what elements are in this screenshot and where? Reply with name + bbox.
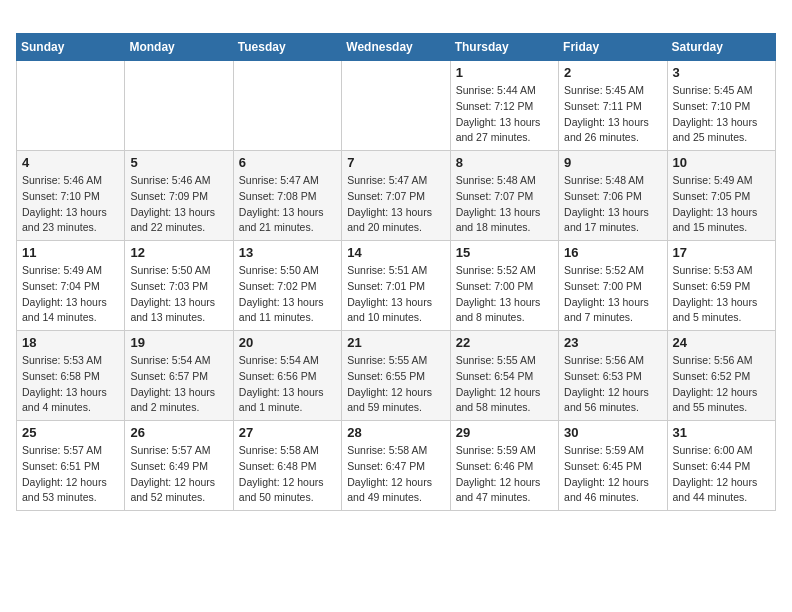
day-cell: 31Sunrise: 6:00 AMSunset: 6:44 PMDayligh… — [667, 421, 775, 511]
day-number: 9 — [564, 155, 661, 170]
day-info: Sunrise: 5:45 AMSunset: 7:10 PMDaylight:… — [673, 83, 770, 146]
week-row-4: 18Sunrise: 5:53 AMSunset: 6:58 PMDayligh… — [17, 331, 776, 421]
day-cell: 15Sunrise: 5:52 AMSunset: 7:00 PMDayligh… — [450, 241, 558, 331]
day-cell: 25Sunrise: 5:57 AMSunset: 6:51 PMDayligh… — [17, 421, 125, 511]
day-cell: 17Sunrise: 5:53 AMSunset: 6:59 PMDayligh… — [667, 241, 775, 331]
day-cell: 12Sunrise: 5:50 AMSunset: 7:03 PMDayligh… — [125, 241, 233, 331]
day-number: 27 — [239, 425, 336, 440]
day-number: 25 — [22, 425, 119, 440]
day-number: 18 — [22, 335, 119, 350]
day-info: Sunrise: 5:58 AMSunset: 6:48 PMDaylight:… — [239, 443, 336, 506]
day-info: Sunrise: 5:46 AMSunset: 7:09 PMDaylight:… — [130, 173, 227, 236]
day-cell: 7Sunrise: 5:47 AMSunset: 7:07 PMDaylight… — [342, 151, 450, 241]
day-info: Sunrise: 5:58 AMSunset: 6:47 PMDaylight:… — [347, 443, 444, 506]
day-info: Sunrise: 5:48 AMSunset: 7:07 PMDaylight:… — [456, 173, 553, 236]
calendar-table: SundayMondayTuesdayWednesdayThursdayFrid… — [16, 33, 776, 511]
day-number: 17 — [673, 245, 770, 260]
day-info: Sunrise: 5:54 AMSunset: 6:57 PMDaylight:… — [130, 353, 227, 416]
day-number: 20 — [239, 335, 336, 350]
header-tuesday: Tuesday — [233, 34, 341, 61]
day-cell: 1Sunrise: 5:44 AMSunset: 7:12 PMDaylight… — [450, 61, 558, 151]
day-number: 12 — [130, 245, 227, 260]
day-info: Sunrise: 5:56 AMSunset: 6:53 PMDaylight:… — [564, 353, 661, 416]
day-cell: 6Sunrise: 5:47 AMSunset: 7:08 PMDaylight… — [233, 151, 341, 241]
day-info: Sunrise: 5:44 AMSunset: 7:12 PMDaylight:… — [456, 83, 553, 146]
day-number: 5 — [130, 155, 227, 170]
day-number: 14 — [347, 245, 444, 260]
week-row-2: 4Sunrise: 5:46 AMSunset: 7:10 PMDaylight… — [17, 151, 776, 241]
day-number: 24 — [673, 335, 770, 350]
day-number: 6 — [239, 155, 336, 170]
day-number: 30 — [564, 425, 661, 440]
day-cell: 16Sunrise: 5:52 AMSunset: 7:00 PMDayligh… — [559, 241, 667, 331]
day-number: 31 — [673, 425, 770, 440]
day-cell: 5Sunrise: 5:46 AMSunset: 7:09 PMDaylight… — [125, 151, 233, 241]
day-cell: 22Sunrise: 5:55 AMSunset: 6:54 PMDayligh… — [450, 331, 558, 421]
header-sunday: Sunday — [17, 34, 125, 61]
day-info: Sunrise: 5:50 AMSunset: 7:02 PMDaylight:… — [239, 263, 336, 326]
day-info: Sunrise: 5:57 AMSunset: 6:49 PMDaylight:… — [130, 443, 227, 506]
day-cell: 2Sunrise: 5:45 AMSunset: 7:11 PMDaylight… — [559, 61, 667, 151]
day-cell: 21Sunrise: 5:55 AMSunset: 6:55 PMDayligh… — [342, 331, 450, 421]
day-number: 15 — [456, 245, 553, 260]
day-number: 23 — [564, 335, 661, 350]
day-number: 19 — [130, 335, 227, 350]
header-wednesday: Wednesday — [342, 34, 450, 61]
day-number: 7 — [347, 155, 444, 170]
day-cell: 9Sunrise: 5:48 AMSunset: 7:06 PMDaylight… — [559, 151, 667, 241]
day-info: Sunrise: 5:56 AMSunset: 6:52 PMDaylight:… — [673, 353, 770, 416]
header-monday: Monday — [125, 34, 233, 61]
day-cell: 26Sunrise: 5:57 AMSunset: 6:49 PMDayligh… — [125, 421, 233, 511]
day-info: Sunrise: 5:50 AMSunset: 7:03 PMDaylight:… — [130, 263, 227, 326]
header-friday: Friday — [559, 34, 667, 61]
day-number: 8 — [456, 155, 553, 170]
day-cell: 14Sunrise: 5:51 AMSunset: 7:01 PMDayligh… — [342, 241, 450, 331]
day-cell: 3Sunrise: 5:45 AMSunset: 7:10 PMDaylight… — [667, 61, 775, 151]
day-number: 1 — [456, 65, 553, 80]
day-cell — [233, 61, 341, 151]
day-cell: 20Sunrise: 5:54 AMSunset: 6:56 PMDayligh… — [233, 331, 341, 421]
day-info: Sunrise: 5:59 AMSunset: 6:46 PMDaylight:… — [456, 443, 553, 506]
day-info: Sunrise: 5:49 AMSunset: 7:04 PMDaylight:… — [22, 263, 119, 326]
week-row-1: 1Sunrise: 5:44 AMSunset: 7:12 PMDaylight… — [17, 61, 776, 151]
header-thursday: Thursday — [450, 34, 558, 61]
day-info: Sunrise: 5:49 AMSunset: 7:05 PMDaylight:… — [673, 173, 770, 236]
day-info: Sunrise: 5:57 AMSunset: 6:51 PMDaylight:… — [22, 443, 119, 506]
day-cell: 23Sunrise: 5:56 AMSunset: 6:53 PMDayligh… — [559, 331, 667, 421]
day-number: 26 — [130, 425, 227, 440]
header-saturday: Saturday — [667, 34, 775, 61]
day-number: 21 — [347, 335, 444, 350]
day-cell — [342, 61, 450, 151]
day-cell: 13Sunrise: 5:50 AMSunset: 7:02 PMDayligh… — [233, 241, 341, 331]
week-row-3: 11Sunrise: 5:49 AMSunset: 7:04 PMDayligh… — [17, 241, 776, 331]
day-info: Sunrise: 5:52 AMSunset: 7:00 PMDaylight:… — [456, 263, 553, 326]
day-cell: 18Sunrise: 5:53 AMSunset: 6:58 PMDayligh… — [17, 331, 125, 421]
calendar-header-row: SundayMondayTuesdayWednesdayThursdayFrid… — [17, 34, 776, 61]
day-cell — [125, 61, 233, 151]
day-info: Sunrise: 5:45 AMSunset: 7:11 PMDaylight:… — [564, 83, 661, 146]
day-number: 13 — [239, 245, 336, 260]
day-cell — [17, 61, 125, 151]
day-number: 11 — [22, 245, 119, 260]
day-cell: 24Sunrise: 5:56 AMSunset: 6:52 PMDayligh… — [667, 331, 775, 421]
day-info: Sunrise: 5:53 AMSunset: 6:58 PMDaylight:… — [22, 353, 119, 416]
day-cell: 11Sunrise: 5:49 AMSunset: 7:04 PMDayligh… — [17, 241, 125, 331]
day-cell: 29Sunrise: 5:59 AMSunset: 6:46 PMDayligh… — [450, 421, 558, 511]
day-cell: 27Sunrise: 5:58 AMSunset: 6:48 PMDayligh… — [233, 421, 341, 511]
day-cell: 19Sunrise: 5:54 AMSunset: 6:57 PMDayligh… — [125, 331, 233, 421]
day-info: Sunrise: 5:48 AMSunset: 7:06 PMDaylight:… — [564, 173, 661, 236]
day-info: Sunrise: 5:47 AMSunset: 7:08 PMDaylight:… — [239, 173, 336, 236]
day-number: 2 — [564, 65, 661, 80]
day-cell: 4Sunrise: 5:46 AMSunset: 7:10 PMDaylight… — [17, 151, 125, 241]
page-header — [16, 16, 776, 21]
day-number: 10 — [673, 155, 770, 170]
day-number: 4 — [22, 155, 119, 170]
day-number: 3 — [673, 65, 770, 80]
day-info: Sunrise: 5:53 AMSunset: 6:59 PMDaylight:… — [673, 263, 770, 326]
day-info: Sunrise: 5:55 AMSunset: 6:54 PMDaylight:… — [456, 353, 553, 416]
day-info: Sunrise: 5:51 AMSunset: 7:01 PMDaylight:… — [347, 263, 444, 326]
day-info: Sunrise: 5:52 AMSunset: 7:00 PMDaylight:… — [564, 263, 661, 326]
day-info: Sunrise: 5:59 AMSunset: 6:45 PMDaylight:… — [564, 443, 661, 506]
day-info: Sunrise: 5:46 AMSunset: 7:10 PMDaylight:… — [22, 173, 119, 236]
day-info: Sunrise: 6:00 AMSunset: 6:44 PMDaylight:… — [673, 443, 770, 506]
